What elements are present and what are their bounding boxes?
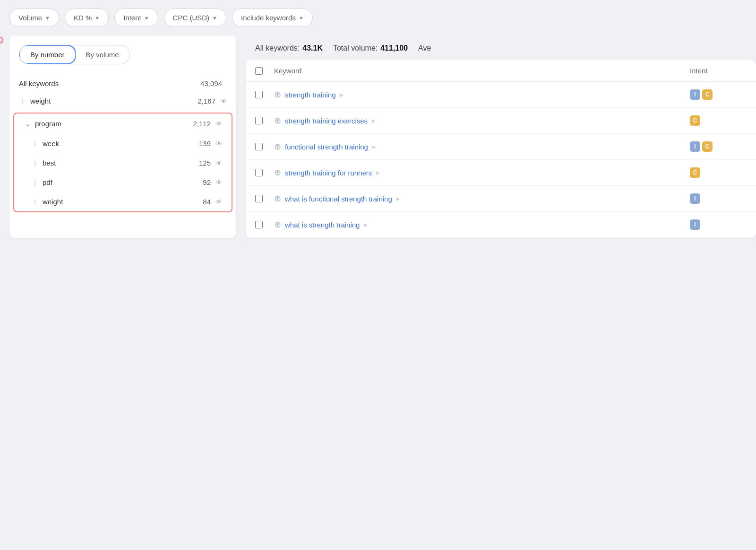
intent-badge-c: C xyxy=(690,115,700,126)
intent-cell: I xyxy=(690,219,747,230)
cpc-filter-button[interactable]: CPC (USD) ▼ xyxy=(164,9,226,27)
intent-cell: I xyxy=(690,193,747,204)
intent-badge-i: I xyxy=(690,141,700,152)
row-checkbox[interactable] xyxy=(255,91,263,98)
keyword-link[interactable]: functional strength training xyxy=(285,143,368,151)
add-keyword-icon[interactable]: ⊕ xyxy=(274,89,281,100)
keywords-table: Keyword Intent ⊕ strength training » I xyxy=(246,60,756,238)
intent-cell: I C xyxy=(690,89,747,100)
all-keywords-row: All keywords 43,094 xyxy=(9,74,236,91)
keyword-link[interactable]: what is strength training xyxy=(285,221,360,229)
content-area: All keywords: 43.1K Total volume: 411,10… xyxy=(246,35,756,238)
keyword-cell: ⊕ strength training » xyxy=(274,89,690,100)
keyword-cell: ⊕ what is strength training » xyxy=(274,219,690,230)
keyword-cell: ⊕ functional strength training » xyxy=(274,141,690,152)
sidebar-item-weight-sub[interactable]: 〉 weight 84 👁 xyxy=(14,192,232,211)
add-keyword-icon[interactable]: ⊕ xyxy=(274,115,281,126)
keyword-link[interactable]: strength training xyxy=(285,91,336,99)
filter-bar: Volume ▼ KD % ▼ Intent ▼ CPC (USD) ▼ Inc… xyxy=(0,0,756,35)
eye-icon[interactable]: 👁 xyxy=(215,179,222,186)
table-row: ⊕ what is strength training » I xyxy=(246,212,756,238)
keyword-link[interactable]: what is functional strength training xyxy=(285,195,392,203)
keyword-cell: ⊕ strength training exercises » xyxy=(274,115,690,126)
sidebar-item-program[interactable]: ⌄ program 2,112 👁 xyxy=(14,113,232,134)
row-checkbox[interactable] xyxy=(255,169,263,176)
keyword-link[interactable]: strength training exercises xyxy=(285,117,368,125)
table-row: ⊕ strength training » I C xyxy=(246,82,756,108)
keyword-count: 125 xyxy=(187,159,211,167)
eye-icon[interactable]: 👁 xyxy=(220,97,227,105)
expand-icon[interactable]: 〉 xyxy=(31,140,39,147)
add-keyword-icon[interactable]: ⊕ xyxy=(274,193,281,204)
intent-filter-button[interactable]: Intent ▼ xyxy=(114,9,158,27)
add-keyword-icon[interactable]: ⊕ xyxy=(274,167,281,178)
intent-badge-c: C xyxy=(702,141,713,152)
main-layout: By number By volume All keywords 43,094 … xyxy=(0,35,756,238)
expand-icon[interactable]: 〉 xyxy=(31,199,39,205)
keyword-link[interactable]: strength training for runners xyxy=(285,169,372,177)
keyword-label: pdf xyxy=(43,178,187,186)
stats-bar: All keywords: 43.1K Total volume: 411,10… xyxy=(246,35,756,60)
average-label: Ave xyxy=(418,44,431,52)
eye-icon[interactable]: 👁 xyxy=(215,198,222,206)
chevron-double-icon: » xyxy=(363,221,367,228)
keyword-cell: ⊕ strength training for runners » xyxy=(274,167,690,178)
total-volume-stat-value: 411,100 xyxy=(380,44,408,52)
row-checkbox-col xyxy=(255,91,274,98)
expand-icon[interactable]: 〉 xyxy=(31,179,39,186)
chevron-down-icon[interactable]: ⌄ xyxy=(24,119,31,128)
keyword-label: program xyxy=(35,120,187,128)
sidebar-panel: By number By volume All keywords 43,094 … xyxy=(9,35,236,238)
expand-icon[interactable]: 〉 xyxy=(19,98,26,105)
add-keyword-icon[interactable]: ⊕ xyxy=(274,219,281,230)
intent-cell: C xyxy=(690,167,747,178)
row-checkbox-col xyxy=(255,143,274,150)
chevron-double-icon: » xyxy=(371,117,375,124)
eye-icon[interactable]: 👁 xyxy=(215,159,222,167)
kd-label: KD % xyxy=(74,14,92,22)
keyword-column-header: Keyword xyxy=(274,67,690,75)
intent-badge-c: C xyxy=(690,167,700,178)
sidebar-item-best[interactable]: 〉 best 125 👁 xyxy=(14,153,232,173)
keyword-label: best xyxy=(43,159,187,167)
add-keyword-icon[interactable]: ⊕ xyxy=(274,141,281,152)
sidebar-item-pdf[interactable]: 〉 pdf 92 👁 xyxy=(14,173,232,192)
include-keywords-filter-button[interactable]: Include keywords ▼ xyxy=(232,9,313,27)
volume-filter-button[interactable]: Volume ▼ xyxy=(9,9,59,27)
keyword-count: 2,112 xyxy=(187,120,211,128)
eye-icon[interactable]: 👁 xyxy=(215,140,222,148)
chevron-double-icon: » xyxy=(376,169,379,176)
intent-badge-i: I xyxy=(690,219,700,230)
kd-filter-button[interactable]: KD % ▼ xyxy=(65,9,109,27)
row-checkbox[interactable] xyxy=(255,143,263,150)
row-checkbox[interactable] xyxy=(255,117,263,124)
sidebar-wrapper: By number By volume All keywords 43,094 … xyxy=(0,35,236,238)
keyword-cell: ⊕ what is functional strength training » xyxy=(274,193,690,204)
table-row: ⊕ functional strength training » I C xyxy=(246,134,756,160)
keyword-label: week xyxy=(43,140,187,148)
all-keywords-count: 43,094 xyxy=(198,79,222,87)
highlighted-program-section: ⌄ program 2,112 👁 〉 week 139 👁 〉 best 12… xyxy=(13,113,232,212)
all-keywords-label: All keywords xyxy=(19,79,198,87)
intent-badge-i: I xyxy=(690,89,700,100)
by-volume-toggle[interactable]: By volume xyxy=(76,45,129,64)
keyword-count: 2,167 xyxy=(192,97,215,105)
select-all-checkbox[interactable] xyxy=(255,67,263,75)
by-number-toggle[interactable]: By number xyxy=(19,45,76,64)
row-checkbox[interactable] xyxy=(255,195,263,202)
chevron-double-icon: » xyxy=(340,91,343,98)
row-checkbox[interactable] xyxy=(255,221,263,228)
total-volume-stat-label: Total volume: xyxy=(333,44,378,52)
keyword-count: 139 xyxy=(187,140,211,148)
chevron-down-icon: ▼ xyxy=(299,15,304,21)
row-checkbox-col xyxy=(255,221,274,228)
row-checkbox-col xyxy=(255,117,274,124)
expand-icon[interactable]: 〉 xyxy=(31,160,39,166)
table-row: ⊕ strength training for runners » C xyxy=(246,160,756,186)
sidebar-item-week[interactable]: 〉 week 139 👁 xyxy=(14,134,232,153)
sidebar-item-weight-top[interactable]: 〉 weight 2,167 👁 xyxy=(9,91,236,111)
chevron-down-icon: ▼ xyxy=(212,15,217,21)
keyword-label: weight xyxy=(30,97,192,105)
table-row: ⊕ strength training exercises » C xyxy=(246,108,756,134)
eye-icon[interactable]: 👁 xyxy=(215,120,222,128)
